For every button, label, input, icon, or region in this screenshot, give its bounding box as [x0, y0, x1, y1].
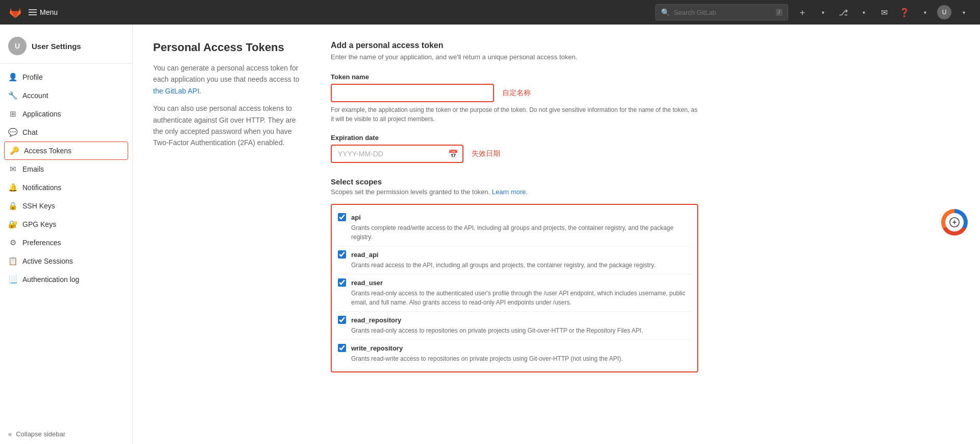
applications-icon: ⊞ [8, 109, 17, 119]
collapse-icon: « [8, 430, 12, 438]
scope-api-checkbox[interactable] [338, 213, 346, 221]
avatar-initials: U [15, 42, 20, 50]
scope-read-repository-desc: Grants read-only access to repositories … [338, 326, 691, 335]
scope-read-user: read_user Grants read-only access to the… [338, 274, 691, 312]
sidebar-avatar: U [8, 37, 27, 55]
email-icon: ✉ [8, 165, 17, 174]
scope-read-repository: read_repository Grants read-only access … [338, 312, 691, 340]
menu-label: Menu [40, 8, 58, 16]
sidebar-label-applications: Applications [22, 110, 61, 118]
help-button[interactable]: ❓ [896, 4, 913, 20]
add-token-title: Add a personal access token [331, 41, 698, 50]
plus-icon: ＋ [798, 6, 807, 18]
left-panel: Personal Access Tokens You can generate … [153, 41, 306, 372]
sidebar-nav: 👤 Profile 🔧 Account ⊞ Applications 💬 Cha… [0, 68, 132, 289]
scopes-box: api Grants complete read/write access to… [331, 204, 698, 372]
floating-icon-inner [945, 213, 964, 231]
scope-read-user-checkbox[interactable] [338, 278, 346, 287]
expiry-group: Expiration date 📅 失效日期 [331, 134, 698, 163]
search-bar[interactable]: 🔍 / [655, 4, 788, 20]
search-input[interactable] [674, 9, 772, 16]
intro-para-1: You can generate a personal access token… [153, 62, 306, 97]
scope-read-user-header: read_user [338, 278, 691, 287]
mr-dropdown-button[interactable]: ▾ [855, 4, 872, 20]
issues-button[interactable]: ✉ [876, 4, 892, 20]
search-icon: 🔍 [661, 8, 670, 16]
sidebar-item-account[interactable]: 🔧 Account [0, 86, 132, 105]
expiry-hint-red: 失效日期 [472, 149, 500, 158]
scopes-title: Select scopes [331, 177, 698, 186]
create-dropdown-button[interactable]: ▾ [815, 4, 831, 20]
floating-action-button[interactable] [941, 209, 968, 236]
page-layout: U User Settings 👤 Profile 🔧 Account ⊞ Ap… [0, 25, 980, 444]
scopes-learn-more-link[interactable]: Learn more. [492, 188, 528, 196]
sidebar-item-emails[interactable]: ✉ Emails [0, 160, 132, 178]
preferences-icon: ⚙ [8, 238, 17, 247]
sidebar-item-chat[interactable]: 💬 Chat [0, 123, 132, 142]
sidebar-item-active-sessions[interactable]: 📋 Active Sessions [0, 252, 132, 270]
sidebar-label-gpg: GPG Keys [22, 220, 56, 228]
scope-read-api-header: read_api [338, 250, 691, 259]
ssh-icon: 🔒 [8, 201, 17, 211]
avatar-dropdown-button[interactable]: ▾ [955, 4, 972, 20]
main-content: Personal Access Tokens You can generate … [133, 25, 745, 444]
add-token-subtitle: Enter the name of your application, and … [331, 53, 698, 61]
scope-read-user-desc: Grants read-only access to the authentic… [338, 289, 691, 307]
sidebar-item-applications[interactable]: ⊞ Applications [0, 105, 132, 123]
scope-write-repository-header: write_repository [338, 344, 691, 352]
token-name-input[interactable] [331, 84, 494, 102]
top-navbar: Menu 🔍 / ＋ ▾ ⎇ ▾ ✉ ❓ ▾ U [0, 0, 980, 25]
sessions-icon: 📋 [8, 256, 17, 266]
sidebar-label-notifications: Notifications [22, 183, 61, 192]
scope-read-api-name: read_api [351, 251, 378, 259]
scope-read-repository-checkbox[interactable] [338, 316, 346, 324]
collapse-sidebar-button[interactable]: « Collapse sidebar [0, 424, 74, 444]
help-dropdown-button[interactable]: ▾ [917, 4, 933, 20]
create-new-button[interactable]: ＋ [794, 4, 811, 20]
scopes-subtitle: Scopes set the permission levels granted… [331, 188, 698, 196]
merge-request-icon: ⎇ [839, 8, 848, 17]
expiry-input[interactable] [331, 145, 463, 163]
sidebar-item-preferences[interactable]: ⚙ Preferences [0, 233, 132, 252]
date-input-wrapper: 📅 [331, 145, 463, 163]
gitlab-logo[interactable] [8, 5, 22, 19]
sidebar-item-access-tokens[interactable]: 🔑 Access Tokens [4, 142, 128, 160]
chevron-down-icon-4: ▾ [963, 10, 965, 15]
chevron-down-icon: ▾ [822, 10, 824, 15]
sidebar-item-gpg-keys[interactable]: 🔐 GPG Keys [0, 215, 132, 233]
menu-button[interactable]: Menu [29, 8, 58, 16]
scope-read-api-checkbox[interactable] [338, 250, 346, 259]
scope-read-user-name: read_user [351, 279, 383, 287]
sidebar-label-ssh: SSH Keys [22, 202, 55, 210]
account-icon: 🔧 [8, 91, 17, 100]
sidebar-label-access-tokens: Access Tokens [24, 147, 71, 155]
merge-requests-button[interactable]: ⎇ [835, 4, 851, 20]
scope-api-name: api [351, 214, 361, 221]
scope-api: api Grants complete read/write access to… [338, 209, 691, 246]
sidebar-label-auth-log: Authentication log [22, 275, 79, 284]
sidebar-label-profile: Profile [22, 73, 43, 81]
sidebar-user-title: User Settings [32, 42, 81, 51]
navbar-right-icons: ＋ ▾ ⎇ ▾ ✉ ❓ ▾ U ▾ [794, 4, 972, 20]
right-panel: Add a personal access token Enter the na… [331, 41, 698, 372]
search-shortcut: / [776, 9, 782, 16]
sidebar-item-notifications[interactable]: 🔔 Notifications [0, 178, 132, 197]
collapse-label: Collapse sidebar [16, 430, 65, 438]
scope-api-desc: Grants complete read/write access to the… [338, 223, 691, 242]
scope-write-repository-checkbox[interactable] [338, 344, 346, 352]
sidebar-item-auth-log[interactable]: 📃 Authentication log [0, 270, 132, 289]
user-avatar-button[interactable]: U [937, 5, 951, 19]
chevron-down-icon-2: ▾ [863, 10, 865, 15]
sidebar-user-section: U User Settings [0, 33, 132, 64]
auth-icon: 📃 [8, 275, 17, 284]
sidebar-item-ssh-keys[interactable]: 🔒 SSH Keys [0, 197, 132, 215]
notification-icon: 🔔 [8, 183, 17, 192]
sidebar-item-profile[interactable]: 👤 Profile [0, 68, 132, 86]
hamburger-icon [29, 9, 37, 15]
user-icon: 👤 [8, 73, 17, 82]
token-icon: 🔑 [10, 146, 19, 155]
sidebar-label-chat: Chat [22, 128, 38, 136]
scope-read-repository-header: read_repository [338, 316, 691, 324]
sidebar: U User Settings 👤 Profile 🔧 Account ⊞ Ap… [0, 25, 133, 444]
api-link[interactable]: the GitLab API. [153, 87, 201, 95]
